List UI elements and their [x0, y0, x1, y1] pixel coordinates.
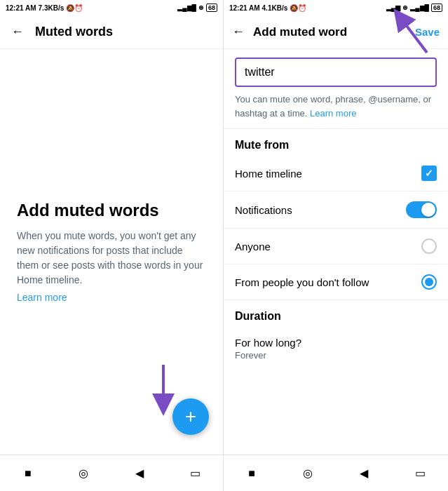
right-screen-title: Add muted word [253, 25, 347, 39]
right-status-icons: 🔕⏰ [290, 4, 306, 12]
nav-home-icon[interactable]: ◎ [76, 466, 91, 481]
right-nav-home-icon[interactable]: ◎ [300, 466, 315, 481]
anyone-option[interactable]: Anyone [224, 229, 448, 264]
muted-word-input[interactable] [235, 58, 437, 87]
nav-recents-icon[interactable]: ▭ [187, 466, 203, 481]
mute-from-section: Mute from Home timeline ✓ Notifications [224, 129, 448, 229]
fab-plus-icon: + [185, 407, 196, 426]
who-section: Anyone From people you don't follow [224, 229, 448, 300]
empty-state-description: When you mute words, you won't get any n… [17, 229, 206, 288]
home-timeline-label: Home timeline [235, 168, 302, 180]
right-bottom-nav: ■ ◎ ◀ ▭ [224, 455, 448, 491]
duration-header: Duration [224, 300, 448, 327]
right-top-bar-left: ← Add muted word [232, 25, 347, 39]
notifications-toggle[interactable] [406, 201, 437, 218]
notifications-option[interactable]: Notifications [224, 191, 448, 229]
right-status-bar-left: 12:21 AM 4.1KB/s 🔕⏰ [229, 4, 306, 12]
right-content-area: You can mute one word, phrase, @username… [224, 49, 448, 455]
left-panel: 12:21 AM 7.3KB/s 🔕⏰ ▂▄▆█ ⊛ 68 ← Muted wo… [0, 0, 224, 491]
left-status-bar: 12:21 AM 7.3KB/s 🔕⏰ ▂▄▆█ ⊛ 68 [0, 0, 223, 15]
input-hint-text: You can mute one word, phrase, @username… [235, 93, 437, 120]
signal-icon: ▂▄▆█ [177, 4, 196, 11]
nav-square-icon[interactable]: ■ [20, 466, 36, 481]
right-nav-back-icon[interactable]: ◀ [356, 466, 372, 481]
right-data-speed: 4.1KB/s [262, 4, 288, 12]
checkbox-check-icon: ✓ [425, 168, 433, 179]
left-status-icons: 🔕⏰ [66, 4, 83, 12]
svg-line-3 [400, 18, 427, 53]
left-back-button[interactable]: ← [11, 25, 24, 39]
home-timeline-checkbox[interactable]: ✓ [421, 166, 437, 181]
duration-option[interactable]: For how long? Forever [224, 327, 448, 361]
right-panel: 12:21 AM 4.1KB/s 🔕⏰ ▂▄▆ ⊛ ▂▄▆█ 68 ← Add … [224, 0, 448, 491]
left-data-speed: 7.3KB/s [39, 4, 65, 12]
right-learn-more-link[interactable]: Learn more [310, 108, 356, 119]
home-timeline-option[interactable]: Home timeline ✓ [224, 156, 448, 191]
right-time: 12:21 AM [229, 4, 260, 12]
left-status-bar-left: 12:21 AM 7.3KB/s 🔕⏰ [6, 4, 83, 12]
battery-icon: 68 [206, 4, 217, 12]
people-not-follow-option[interactable]: From people you don't follow [224, 264, 448, 300]
add-muted-word-fab[interactable]: + [172, 398, 209, 435]
right-back-button[interactable]: ← [232, 25, 245, 39]
notifications-label: Notifications [235, 204, 292, 216]
anyone-label: Anyone [235, 241, 271, 253]
muted-word-input-section: You can mute one word, phrase, @username… [224, 49, 448, 129]
left-empty-state: Add muted words When you mute words, you… [0, 49, 223, 455]
duration-section: Duration For how long? Forever [224, 300, 448, 361]
left-learn-more-link[interactable]: Learn more [17, 292, 67, 303]
right-nav-recents-icon[interactable]: ▭ [412, 466, 428, 481]
anyone-radio[interactable] [421, 238, 437, 254]
empty-state-title: Add muted words [17, 201, 159, 221]
wifi-icon: ⊛ [198, 4, 204, 11]
duration-label: For how long? [235, 337, 437, 349]
people-not-follow-label: From people you don't follow [235, 276, 369, 288]
nav-back-icon[interactable]: ◀ [132, 466, 147, 481]
save-arrow-indicator [392, 7, 441, 56]
mute-from-header: Mute from [224, 129, 448, 156]
left-time: 12:21 AM [6, 4, 36, 12]
right-nav-square-icon[interactable]: ■ [244, 466, 259, 481]
left-bottom-nav: ■ ◎ ◀ ▭ [0, 455, 223, 491]
people-not-follow-radio[interactable] [421, 274, 437, 290]
left-top-bar: ← Muted words [0, 15, 223, 49]
left-status-bar-right: ▂▄▆█ ⊛ 68 [177, 4, 217, 12]
left-screen-title: Muted words [35, 25, 113, 39]
duration-value: Forever [235, 350, 437, 361]
